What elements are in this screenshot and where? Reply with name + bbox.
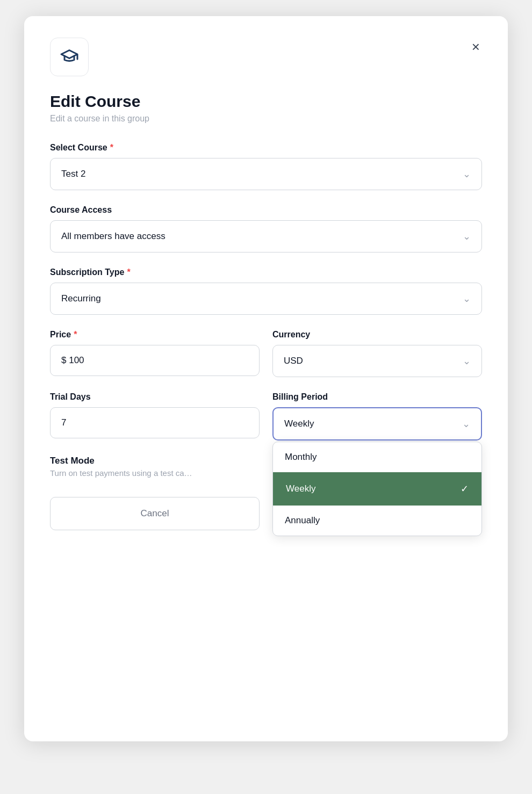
check-mark-icon: ✓ (461, 483, 469, 495)
chevron-down-icon: ⌄ (463, 293, 471, 305)
required-star: * (74, 330, 77, 340)
subscription-type-label: Subscription Type * (50, 268, 482, 277)
currency-dropdown[interactable]: USD ⌄ (272, 345, 482, 377)
price-label: Price * (50, 330, 260, 340)
chevron-down-icon: ⌄ (463, 230, 471, 242)
currency-field-section: Currency USD ⌄ (272, 330, 482, 377)
modal-title: Edit Course (50, 92, 482, 111)
trial-days-input[interactable] (50, 407, 260, 438)
billing-period-section: Billing Period Weekly ⌄ Monthly Weekly ✓… (272, 392, 482, 441)
required-star: * (127, 268, 130, 277)
required-star: * (110, 143, 113, 153)
modal-header: × (50, 38, 482, 76)
chevron-down-icon: ⌄ (463, 168, 471, 180)
price-currency-row: Price * Currency USD ⌄ (50, 330, 482, 377)
trial-billing-row: Trial Days Billing Period Weekly ⌄ Month… (50, 392, 482, 441)
close-button[interactable]: × (470, 38, 482, 56)
billing-option-weekly[interactable]: Weekly ✓ (273, 472, 481, 506)
edit-course-modal: × Edit Course Edit a course in this grou… (24, 16, 508, 741)
graduation-cap-icon (60, 46, 79, 68)
logo-box (50, 38, 89, 76)
course-access-section: Course Access All members have access ⌄ (50, 205, 482, 252)
modal-subtitle: Edit a course in this group (50, 114, 482, 124)
select-course-section: Select Course * Test 2 ⌄ (50, 143, 482, 190)
subscription-type-dropdown[interactable]: Recurring ⌄ (50, 283, 482, 315)
price-field-section: Price * (50, 330, 260, 377)
subscription-type-section: Subscription Type * Recurring ⌄ (50, 268, 482, 315)
price-input[interactable] (50, 345, 260, 376)
chevron-down-icon: ⌄ (462, 418, 470, 430)
trial-days-label: Trial Days (50, 392, 260, 402)
billing-option-monthly[interactable]: Monthly (273, 442, 481, 472)
cancel-button[interactable]: Cancel (50, 497, 260, 530)
billing-period-menu: Monthly Weekly ✓ Annually (272, 442, 482, 536)
billing-option-annually[interactable]: Annually (273, 506, 481, 536)
course-access-dropdown[interactable]: All members have access ⌄ (50, 220, 482, 252)
select-course-label: Select Course * (50, 143, 482, 153)
select-course-dropdown[interactable]: Test 2 ⌄ (50, 158, 482, 190)
chevron-down-icon: ⌄ (463, 355, 471, 367)
currency-label: Currency (272, 330, 482, 340)
billing-period-label: Billing Period (272, 392, 482, 402)
billing-period-dropdown[interactable]: Weekly ⌄ (272, 407, 482, 441)
trial-days-section: Trial Days (50, 392, 260, 441)
course-access-label: Course Access (50, 205, 482, 215)
